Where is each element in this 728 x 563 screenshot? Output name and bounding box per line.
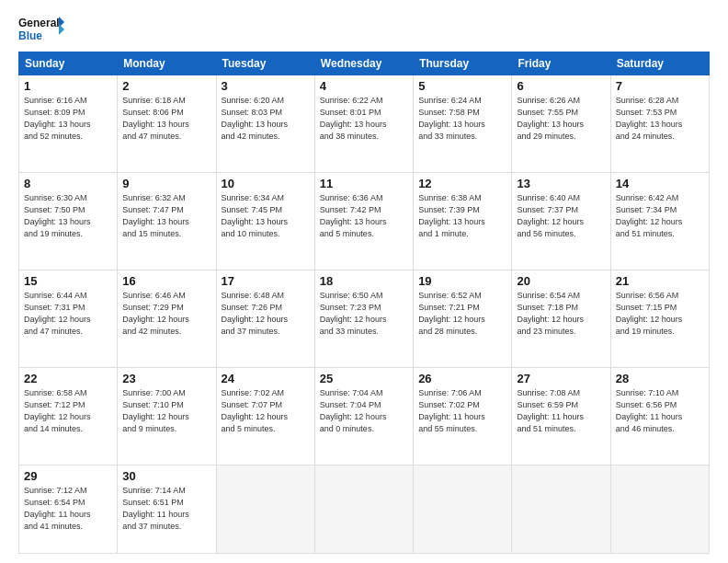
day-number: 29 xyxy=(24,469,112,483)
day-info: Sunrise: 6:20 AM Sunset: 8:03 PM Dayligh… xyxy=(222,95,310,143)
calendar-cell: 16Sunrise: 6:46 AM Sunset: 7:29 PM Dayli… xyxy=(118,270,216,367)
calendar-table: SundayMondayTuesdayWednesdayThursdayFrid… xyxy=(18,52,710,554)
day-info: Sunrise: 6:44 AM Sunset: 7:31 PM Dayligh… xyxy=(24,290,112,338)
day-number: 23 xyxy=(122,372,210,385)
day-number: 15 xyxy=(24,274,112,288)
calendar-cell: 2Sunrise: 6:18 AM Sunset: 8:06 PM Daylig… xyxy=(118,75,216,173)
day-info: Sunrise: 7:02 AM Sunset: 7:07 PM Dayligh… xyxy=(222,387,310,435)
day-info: Sunrise: 6:28 AM Sunset: 7:53 PM Dayligh… xyxy=(616,95,704,143)
calendar-cell: 3Sunrise: 6:20 AM Sunset: 8:03 PM Daylig… xyxy=(216,75,314,173)
day-info: Sunrise: 6:26 AM Sunset: 7:55 PM Dayligh… xyxy=(517,95,605,143)
day-info: Sunrise: 7:14 AM Sunset: 6:51 PM Dayligh… xyxy=(122,485,210,533)
calendar-cell xyxy=(414,465,512,553)
calendar-dow-wednesday: Wednesday xyxy=(314,52,413,75)
day-number: 2 xyxy=(122,79,210,93)
day-info: Sunrise: 6:38 AM Sunset: 7:39 PM Dayligh… xyxy=(418,192,506,240)
day-info: Sunrise: 6:18 AM Sunset: 8:06 PM Dayligh… xyxy=(122,95,210,143)
day-info: Sunrise: 6:40 AM Sunset: 7:37 PM Dayligh… xyxy=(517,192,605,240)
calendar-cell: 5Sunrise: 6:24 AM Sunset: 7:58 PM Daylig… xyxy=(414,75,512,173)
day-number: 22 xyxy=(24,372,112,385)
day-number: 18 xyxy=(320,274,408,288)
header: General Blue xyxy=(18,15,710,44)
calendar-cell: 10Sunrise: 6:34 AM Sunset: 7:45 PM Dayli… xyxy=(216,172,314,270)
day-number: 6 xyxy=(517,79,605,93)
day-info: Sunrise: 6:24 AM Sunset: 7:58 PM Dayligh… xyxy=(418,95,506,143)
day-number: 30 xyxy=(122,469,210,483)
calendar-week-4: 22Sunrise: 6:58 AM Sunset: 7:12 PM Dayli… xyxy=(19,367,710,465)
day-number: 27 xyxy=(517,372,605,385)
day-number: 19 xyxy=(418,274,506,288)
day-info: Sunrise: 6:30 AM Sunset: 7:50 PM Dayligh… xyxy=(24,192,112,240)
day-info: Sunrise: 7:04 AM Sunset: 7:04 PM Dayligh… xyxy=(320,387,408,435)
calendar-dow-monday: Monday xyxy=(118,52,216,75)
day-number: 8 xyxy=(24,177,112,190)
day-number: 1 xyxy=(24,79,112,93)
day-info: Sunrise: 7:00 AM Sunset: 7:10 PM Dayligh… xyxy=(122,387,210,435)
calendar-cell xyxy=(314,465,413,553)
calendar-cell: 23Sunrise: 7:00 AM Sunset: 7:10 PM Dayli… xyxy=(118,367,216,465)
calendar-header-row: SundayMondayTuesdayWednesdayThursdayFrid… xyxy=(19,52,710,75)
day-info: Sunrise: 7:12 AM Sunset: 6:54 PM Dayligh… xyxy=(24,485,112,533)
calendar-cell: 30Sunrise: 7:14 AM Sunset: 6:51 PM Dayli… xyxy=(118,465,216,553)
day-number: 14 xyxy=(616,177,704,190)
day-info: Sunrise: 6:46 AM Sunset: 7:29 PM Dayligh… xyxy=(122,290,210,338)
day-number: 3 xyxy=(222,79,310,93)
day-number: 11 xyxy=(320,177,408,190)
day-info: Sunrise: 6:36 AM Sunset: 7:42 PM Dayligh… xyxy=(320,192,408,240)
calendar-cell: 4Sunrise: 6:22 AM Sunset: 8:01 PM Daylig… xyxy=(314,75,413,173)
day-number: 28 xyxy=(616,372,704,385)
day-number: 13 xyxy=(517,177,605,190)
day-info: Sunrise: 6:50 AM Sunset: 7:23 PM Dayligh… xyxy=(320,290,408,338)
calendar-cell: 19Sunrise: 6:52 AM Sunset: 7:21 PM Dayli… xyxy=(414,270,512,367)
calendar-cell: 24Sunrise: 7:02 AM Sunset: 7:07 PM Dayli… xyxy=(216,367,314,465)
calendar-cell: 11Sunrise: 6:36 AM Sunset: 7:42 PM Dayli… xyxy=(314,172,413,270)
calendar-cell: 14Sunrise: 6:42 AM Sunset: 7:34 PM Dayli… xyxy=(610,172,709,270)
day-info: Sunrise: 6:16 AM Sunset: 8:09 PM Dayligh… xyxy=(24,95,112,143)
calendar-cell: 6Sunrise: 6:26 AM Sunset: 7:55 PM Daylig… xyxy=(512,75,610,173)
calendar-cell: 25Sunrise: 7:04 AM Sunset: 7:04 PM Dayli… xyxy=(314,367,413,465)
calendar-cell: 13Sunrise: 6:40 AM Sunset: 7:37 PM Dayli… xyxy=(512,172,610,270)
day-info: Sunrise: 6:58 AM Sunset: 7:12 PM Dayligh… xyxy=(24,387,112,435)
svg-text:General: General xyxy=(18,17,60,29)
calendar-cell: 27Sunrise: 7:08 AM Sunset: 6:59 PM Dayli… xyxy=(512,367,610,465)
day-number: 10 xyxy=(222,177,310,190)
svg-text:Blue: Blue xyxy=(18,29,42,42)
day-number: 5 xyxy=(418,79,506,93)
calendar-dow-tuesday: Tuesday xyxy=(216,52,314,75)
day-number: 21 xyxy=(616,274,704,288)
day-number: 25 xyxy=(320,372,408,385)
calendar-cell: 18Sunrise: 6:50 AM Sunset: 7:23 PM Dayli… xyxy=(314,270,413,367)
day-info: Sunrise: 6:32 AM Sunset: 7:47 PM Dayligh… xyxy=(122,192,210,240)
logo-svg: General Blue xyxy=(18,15,64,44)
day-number: 4 xyxy=(320,79,408,93)
calendar-week-3: 15Sunrise: 6:44 AM Sunset: 7:31 PM Dayli… xyxy=(19,270,710,367)
calendar-cell: 9Sunrise: 6:32 AM Sunset: 7:47 PM Daylig… xyxy=(118,172,216,270)
day-info: Sunrise: 6:54 AM Sunset: 7:18 PM Dayligh… xyxy=(517,290,605,338)
calendar-dow-thursday: Thursday xyxy=(414,52,512,75)
calendar-week-1: 1Sunrise: 6:16 AM Sunset: 8:09 PM Daylig… xyxy=(19,75,710,173)
calendar-cell: 8Sunrise: 6:30 AM Sunset: 7:50 PM Daylig… xyxy=(19,172,118,270)
day-info: Sunrise: 6:52 AM Sunset: 7:21 PM Dayligh… xyxy=(418,290,506,338)
day-info: Sunrise: 6:42 AM Sunset: 7:34 PM Dayligh… xyxy=(616,192,704,240)
calendar-cell: 21Sunrise: 6:56 AM Sunset: 7:15 PM Dayli… xyxy=(610,270,709,367)
day-info: Sunrise: 6:56 AM Sunset: 7:15 PM Dayligh… xyxy=(616,290,704,338)
day-number: 9 xyxy=(122,177,210,190)
day-number: 12 xyxy=(418,177,506,190)
calendar-cell xyxy=(216,465,314,553)
calendar-cell: 17Sunrise: 6:48 AM Sunset: 7:26 PM Dayli… xyxy=(216,270,314,367)
calendar-week-5: 29Sunrise: 7:12 AM Sunset: 6:54 PM Dayli… xyxy=(19,465,710,553)
day-number: 20 xyxy=(517,274,605,288)
calendar-cell: 7Sunrise: 6:28 AM Sunset: 7:53 PM Daylig… xyxy=(610,75,709,173)
day-number: 16 xyxy=(122,274,210,288)
day-number: 26 xyxy=(418,372,506,385)
calendar-cell: 12Sunrise: 6:38 AM Sunset: 7:39 PM Dayli… xyxy=(414,172,512,270)
day-info: Sunrise: 7:10 AM Sunset: 6:56 PM Dayligh… xyxy=(616,387,704,435)
calendar-cell: 29Sunrise: 7:12 AM Sunset: 6:54 PM Dayli… xyxy=(19,465,118,553)
calendar-cell: 1Sunrise: 6:16 AM Sunset: 8:09 PM Daylig… xyxy=(19,75,118,173)
calendar-cell: 28Sunrise: 7:10 AM Sunset: 6:56 PM Dayli… xyxy=(610,367,709,465)
calendar-week-2: 8Sunrise: 6:30 AM Sunset: 7:50 PM Daylig… xyxy=(19,172,710,270)
calendar-dow-saturday: Saturday xyxy=(610,52,709,75)
day-info: Sunrise: 7:06 AM Sunset: 7:02 PM Dayligh… xyxy=(418,387,506,435)
calendar-dow-sunday: Sunday xyxy=(19,52,118,75)
day-info: Sunrise: 7:08 AM Sunset: 6:59 PM Dayligh… xyxy=(517,387,605,435)
